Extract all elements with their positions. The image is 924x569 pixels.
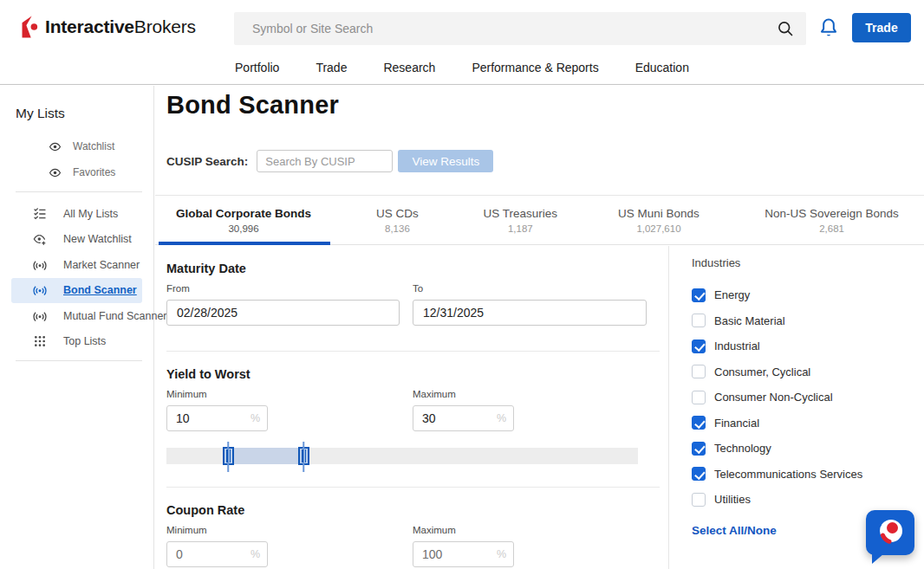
tab-count: 1,027,610 [636, 223, 680, 234]
industry-checkbox[interactable] [692, 339, 706, 353]
eye-icon [49, 140, 62, 153]
ibkr-logo-icon [19, 15, 39, 39]
select-all-none-link[interactable]: Select All/None [692, 524, 777, 537]
industry-label: Consumer Non-Cyclical [714, 391, 833, 404]
industry-option-consumer-cyclical[interactable]: Consumer, Cyclical [692, 359, 919, 385]
sidebar-item-all-my-lists[interactable]: All My Lists [0, 201, 153, 227]
industry-checkbox[interactable] [692, 493, 706, 507]
nav-research[interactable]: Research [383, 61, 435, 74]
industry-label: Utilities [714, 493, 751, 506]
notifications-bell-icon[interactable] [820, 17, 837, 39]
sidebar-item-bond-scanner[interactable]: Bond Scanner [11, 278, 142, 304]
sidebar-item-mutual-fund-scanner[interactable]: Mutual Fund Scanner [0, 303, 153, 329]
logo-text: InteractiveBrokers [45, 16, 196, 37]
sidebar-item-new-watchlist[interactable]: New Watchlist [0, 227, 153, 253]
view-results-button[interactable]: View Results [398, 150, 493, 172]
tab-count: 30,996 [228, 223, 258, 234]
industry-option-consumer-non-cyclical[interactable]: Consumer Non-Cyclical [692, 385, 919, 411]
chat-help-button[interactable] [866, 510, 914, 555]
industry-option-telecommunications-services[interactable]: Telecommunications Services [692, 462, 919, 488]
sidebar-item-label: Watchlist [73, 140, 114, 152]
yield-range-slider[interactable] [166, 448, 638, 464]
industry-checkbox[interactable] [692, 391, 706, 404]
sidebar-item-label: New Watchlist [63, 233, 132, 245]
from-label: From [166, 283, 400, 294]
main-content: Bond Scanner CUSIP Search: View Results … [155, 86, 924, 569]
sidebar-item-label: Top Lists [63, 335, 106, 347]
search-icon[interactable] [777, 20, 794, 37]
slider-handle-min[interactable] [223, 447, 234, 465]
maximum-label: Maximum [413, 525, 647, 535]
tab-non-us-sovereign-bonds[interactable]: Non-US Sovereign Bonds 2,681 [739, 196, 924, 244]
checklist-icon [33, 207, 47, 221]
eye-icon [49, 166, 62, 179]
sidebar-item-label: Favorites [73, 166, 115, 178]
logo[interactable]: InteractiveBrokers [19, 15, 196, 39]
coupon-max-input[interactable] [413, 541, 514, 567]
sidebar-item-watchlist[interactable]: Watchlist [0, 133, 153, 159]
cusip-search-label: CUSIP Search: [166, 155, 248, 168]
bond-scanner-page: InteractiveBrokers Trade Portfolio Trade… [0, 0, 924, 569]
sidebar-item-label: Market Scanner [63, 259, 140, 271]
sidebar-item-label: All My Lists [63, 208, 118, 220]
industry-option-industrial[interactable]: Industrial [692, 333, 919, 359]
industry-option-basic-material[interactable]: Basic Material [692, 308, 919, 334]
industries-list: Energy Basic Material Industrial Consume… [692, 282, 919, 513]
trade-button[interactable]: Trade [852, 13, 911, 42]
section-title: Coupon Rate [166, 503, 660, 517]
yield-min-input[interactable] [166, 405, 268, 431]
sidebar-list: All My Lists New Watchlist Market Scanne… [0, 201, 153, 354]
yield-to-worst-section: Yield to Worst Minimum % Maximum [166, 367, 660, 464]
nav-portfolio[interactable]: Portfolio [235, 61, 279, 74]
industry-label: Technology [714, 442, 771, 455]
section-divider [166, 487, 660, 488]
tab-count: 8,136 [385, 223, 410, 234]
industry-label: Consumer, Cyclical [714, 365, 810, 378]
maturity-to-input[interactable] [413, 300, 647, 326]
section-title: Maturity Date [166, 262, 660, 275]
industry-label: Energy [714, 288, 750, 301]
tab-us-treasuries[interactable]: US Treasuries 1,187 [463, 196, 578, 244]
yield-max-input[interactable] [413, 405, 514, 431]
tab-us-cds[interactable]: US CDs 8,136 [332, 196, 463, 244]
industry-label: Industrial [714, 339, 760, 352]
vertical-divider [668, 246, 669, 569]
coupon-min-input[interactable] [166, 541, 268, 567]
industry-checkbox[interactable] [692, 416, 706, 430]
sidebar-item-top-lists[interactable]: Top Lists [0, 329, 153, 355]
industry-option-financial[interactable]: Financial [692, 411, 919, 436]
industries-panel: Industries Energy Basic Material Industr… [692, 246, 919, 538]
tab-global-corporate-bonds[interactable]: Global Corporate Bonds 30,996 [155, 196, 332, 244]
industries-title: Industries [692, 256, 919, 269]
industry-option-utilities[interactable]: Utilities [692, 487, 919, 513]
sidebar-divider [16, 360, 142, 361]
nav-education[interactable]: Education [635, 61, 689, 74]
scanner-content: Maturity Date From To Yield t [155, 246, 924, 569]
sidebar-item-favorites[interactable]: Favorites [0, 159, 153, 185]
industry-option-technology[interactable]: Technology [692, 436, 919, 462]
industry-checkbox[interactable] [692, 467, 706, 481]
industry-checkbox[interactable] [692, 288, 706, 302]
nav-performance-reports[interactable]: Performance & Reports [472, 61, 598, 74]
tab-label: Global Corporate Bonds [176, 207, 311, 220]
sidebar: My Lists Watchlist Favorites All My List… [0, 86, 154, 569]
tab-us-muni-bonds[interactable]: US Muni Bonds 1,027,610 [578, 196, 739, 244]
slider-handle-max[interactable] [298, 447, 309, 465]
industry-checkbox[interactable] [692, 365, 706, 378]
industry-label: Financial [714, 417, 759, 430]
scanner-icon [33, 309, 47, 323]
industry-checkbox[interactable] [692, 442, 706, 456]
sidebar-title: My Lists [16, 106, 153, 121]
industry-option-energy[interactable]: Energy [692, 282, 919, 308]
nav-trade[interactable]: Trade [316, 61, 347, 74]
scanner-icon [33, 258, 47, 272]
minimum-label: Minimum [166, 389, 400, 399]
maximum-label: Maximum [413, 389, 647, 399]
maturity-from-input[interactable] [166, 300, 400, 326]
cusip-search-input[interactable] [257, 150, 393, 172]
search-input[interactable] [234, 12, 806, 45]
main-nav: Portfolio Trade Research Performance & R… [0, 61, 924, 74]
industry-checkbox[interactable] [692, 314, 706, 327]
scanner-icon [33, 283, 47, 297]
sidebar-item-market-scanner[interactable]: Market Scanner [0, 252, 153, 278]
